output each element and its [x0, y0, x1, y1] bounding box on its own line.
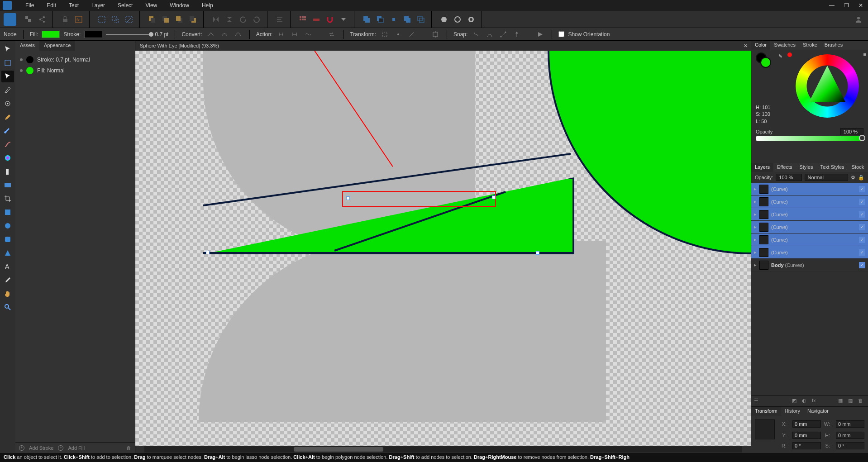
pen-tool-icon[interactable] — [1, 84, 14, 96]
rectangle-shape-icon[interactable] — [1, 206, 14, 218]
layer-row[interactable]: ▸(Curve)✓ — [751, 221, 868, 233]
appearance-row[interactable]: Fill: Normal — [20, 65, 130, 76]
rounded-rect-icon[interactable] — [1, 233, 14, 245]
flip-h-icon[interactable] — [210, 14, 222, 25]
menu-layer[interactable]: Layer — [85, 2, 111, 9]
layers-stack-icon[interactable]: ☰ — [754, 398, 761, 405]
hand-tool-icon[interactable] — [1, 288, 14, 300]
canvas-horizontal-scrollbar[interactable] — [144, 446, 742, 452]
triangle-shape-icon[interactable] — [1, 247, 14, 259]
transform-box-icon[interactable] — [380, 29, 390, 39]
tab-effects[interactable]: Effects — [773, 163, 796, 172]
tab-assets[interactable]: Assets — [15, 41, 39, 51]
transform-cycle-icon[interactable] — [393, 29, 403, 39]
marquee-icon[interactable] — [96, 14, 108, 25]
order-backward-icon[interactable] — [173, 14, 185, 25]
stroke-swatch[interactable] — [84, 31, 102, 38]
layer-visibility-checkbox[interactable]: ✓ — [859, 262, 865, 268]
order-front-icon[interactable] — [146, 14, 158, 25]
show-orientation-checkbox[interactable] — [558, 31, 564, 37]
point-transform-icon[interactable] — [1, 98, 14, 110]
ruler-icon[interactable] — [310, 14, 322, 25]
fill-tool-icon[interactable] — [1, 152, 14, 164]
app-persona-icon[interactable] — [4, 13, 16, 26]
arrange-icon[interactable] — [23, 14, 34, 25]
rotate-ccw-icon[interactable] — [237, 14, 249, 25]
pencil-tool-icon[interactable] — [1, 111, 14, 123]
layer-row[interactable]: ▸(Curve)✓ — [751, 183, 868, 195]
layers-lock-icon[interactable]: 🔒 — [858, 175, 864, 181]
marquee-add-icon[interactable] — [110, 14, 121, 25]
flip-v-icon[interactable] — [224, 14, 235, 25]
rotate-cw-icon[interactable] — [251, 14, 262, 25]
bool-int-icon[interactable] — [388, 14, 400, 25]
tab-stroke[interactable]: Stroke — [799, 41, 821, 50]
trash-icon[interactable]: 🗑 — [126, 445, 131, 451]
document-tab-title[interactable]: Sphere With Eye [Modified] (93.3%) — [140, 43, 219, 48]
action-smooth-icon[interactable] — [303, 29, 313, 39]
tab-brushes[interactable]: Brushes — [821, 41, 846, 50]
menu-file[interactable]: File — [19, 2, 40, 9]
brush-tool-icon[interactable] — [1, 125, 14, 137]
menu-window[interactable]: Window — [163, 2, 196, 9]
menu-text[interactable]: Text — [62, 2, 85, 9]
tab-styles[interactable]: Styles — [796, 163, 816, 172]
layer-row[interactable]: ▸(Curve)✓ — [751, 246, 868, 259]
layers-addvector-icon[interactable]: ▧ — [848, 398, 855, 405]
menu-select[interactable]: Select — [111, 2, 139, 9]
tab-color[interactable]: Color — [751, 41, 770, 50]
tab-text-styles[interactable]: Text Styles — [816, 163, 848, 172]
account-icon[interactable] — [853, 14, 864, 25]
bool-xor-icon[interactable] — [401, 14, 413, 25]
snap-3-icon[interactable] — [498, 29, 508, 39]
magnet-icon[interactable] — [324, 14, 336, 25]
insert-behind-icon[interactable] — [452, 14, 463, 25]
convert-smart-icon[interactable] — [233, 29, 243, 39]
insert-inside-icon[interactable] — [465, 14, 477, 25]
place-image-icon[interactable] — [1, 179, 14, 191]
ellipse-shape-icon[interactable] — [1, 220, 14, 232]
appearance-row[interactable]: Stroke: 0.7 pt, Normal — [20, 54, 130, 65]
vector-brush-icon[interactable] — [1, 138, 14, 150]
dropdown-icon[interactable] — [338, 14, 349, 25]
window-minimize[interactable]: — — [825, 0, 839, 11]
layer-visibility-checkbox[interactable]: ✓ — [859, 237, 865, 243]
eyedropper-panel-icon[interactable]: ✎ — [778, 53, 782, 59]
layers-trash-icon[interactable]: 🗑 — [858, 398, 865, 405]
tab-transform[interactable]: Transform — [751, 407, 781, 416]
insert-target-icon[interactable] — [438, 14, 450, 25]
action-reverse-icon[interactable] — [327, 29, 337, 39]
transform-x-value[interactable]: 0 mm — [792, 420, 821, 428]
add-fill-label[interactable]: Add Fill — [68, 445, 85, 451]
share-icon[interactable] — [36, 14, 48, 25]
transform-s-value[interactable]: 0 ° — [836, 442, 864, 449]
bool-add-icon[interactable] — [361, 14, 372, 25]
fill-swatch[interactable] — [42, 31, 60, 38]
tab-swatches[interactable]: Swatches — [770, 41, 799, 50]
artboard-tool-icon[interactable] — [1, 57, 14, 69]
tab-layers[interactable]: Layers — [751, 163, 773, 172]
layer-row[interactable]: ▸(Curve)✓ — [751, 208, 868, 221]
layers-mask-icon[interactable]: ◩ — [792, 398, 799, 405]
layer-visibility-checkbox[interactable]: ✓ — [859, 211, 865, 218]
menu-edit[interactable]: Edit — [40, 2, 62, 9]
tab-stock[interactable]: Stock — [848, 163, 868, 172]
transform-y-value[interactable]: 0 mm — [792, 432, 821, 439]
snap-4-icon[interactable] — [512, 29, 522, 39]
transform-w-value[interactable]: 0 mm — [836, 420, 864, 428]
opacity-slider[interactable] — [756, 136, 863, 141]
layer-visibility-checkbox[interactable]: ✓ — [859, 224, 865, 230]
document-tab-close-icon[interactable]: ✕ — [744, 43, 748, 49]
node-tool-icon[interactable] — [1, 71, 14, 82]
text-tool-icon[interactable]: A — [1, 261, 14, 272]
crop-tool-icon[interactable] — [1, 193, 14, 205]
layer-row[interactable]: ▸(Curve)✓ — [751, 233, 868, 246]
layer-row[interactable]: ▸(Curve)✓ — [751, 195, 868, 208]
snap-1-icon[interactable] — [471, 29, 481, 39]
add-stroke-icon[interactable]: + — [19, 445, 24, 451]
layer-visibility-checkbox[interactable]: ✓ — [859, 199, 865, 205]
action-break-icon[interactable] — [276, 29, 286, 39]
fx-icon[interactable]: fx — [73, 14, 85, 25]
convert-smooth-icon[interactable] — [219, 29, 229, 39]
tab-appearance[interactable]: Appearance — [39, 41, 75, 51]
